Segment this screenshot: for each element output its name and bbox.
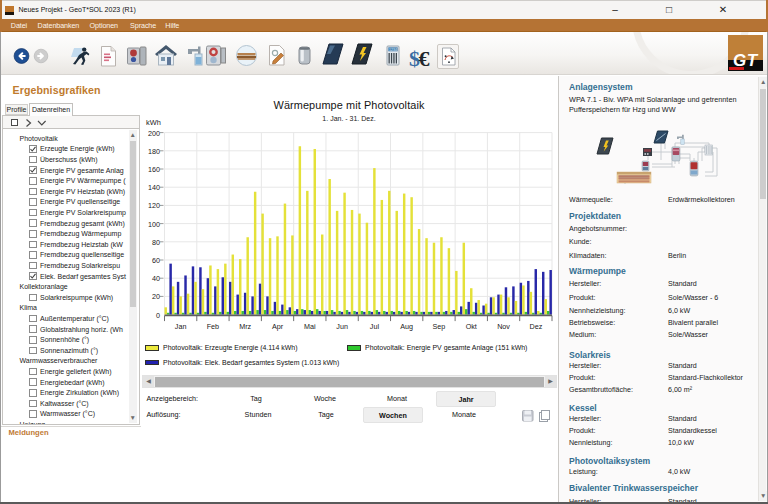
svg-text:Mai: Mai: [304, 322, 316, 331]
svg-text:120: 120: [148, 201, 160, 210]
svg-text:Dez: Dez: [529, 322, 542, 331]
svg-text:0: 0: [156, 311, 160, 320]
svg-text:Okt: Okt: [466, 322, 477, 331]
svg-text:kWh: kWh: [146, 118, 161, 127]
svg-text:Mrz: Mrz: [239, 322, 251, 331]
svg-text:$€: $€: [409, 46, 430, 71]
svg-text:Apr: Apr: [272, 322, 284, 331]
svg-text:140: 140: [148, 183, 160, 192]
svg-text:40: 40: [152, 274, 160, 283]
svg-text:20: 20: [152, 292, 160, 301]
svg-text:60: 60: [152, 256, 160, 265]
svg-text:1234: 1234: [389, 47, 397, 51]
svg-text:Jun: Jun: [336, 322, 348, 331]
svg-text:Jul: Jul: [370, 322, 380, 331]
svg-text:80: 80: [152, 238, 160, 247]
svg-text:160: 160: [148, 165, 160, 174]
svg-text:Feb: Feb: [207, 322, 219, 331]
svg-text:Sep: Sep: [433, 322, 446, 331]
svg-text:Aug: Aug: [400, 322, 413, 331]
svg-text:Nov: Nov: [497, 322, 510, 331]
svg-text:Jan: Jan: [175, 322, 187, 331]
svg-text:100: 100: [148, 220, 160, 229]
svg-text:200: 200: [148, 129, 160, 138]
svg-text:180: 180: [148, 147, 160, 156]
